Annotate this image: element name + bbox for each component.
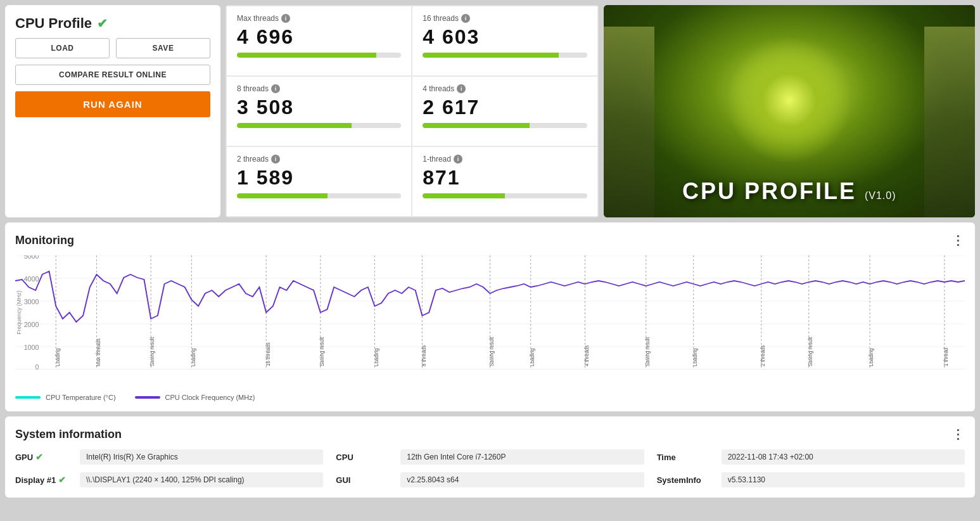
- score-label-threads-8: 8 threads i: [237, 84, 401, 93]
- page-title: CPU Profile ✔: [15, 15, 210, 32]
- info-key-2: Time: [657, 453, 714, 462]
- score-bar-track-max-threads: [237, 53, 401, 58]
- legend-freq: CPU Clock Frequency (MHz): [135, 394, 255, 401]
- info-row-4: GUI v2.25.8043 s64: [336, 472, 644, 487]
- score-bar-fill-max-threads: [237, 53, 376, 58]
- svg-text:Max threads: Max threads: [96, 338, 101, 366]
- svg-text:Loading: Loading: [869, 348, 874, 366]
- score-bar-track-threads-4: [423, 123, 587, 128]
- info-icon-threads-1[interactable]: i: [454, 155, 462, 164]
- info-row-2: Time 2022-11-08 17:43 +02:00: [657, 449, 965, 465]
- hero-image: CPU PROFILE (V1.0): [604, 5, 976, 217]
- info-row-3: Display #1 ✔ \\.\DISPLAY1 (2240 × 1400, …: [15, 472, 323, 487]
- svg-text:16 threads: 16 threads: [265, 342, 270, 366]
- pillar-left: [604, 27, 654, 218]
- info-val-4: v2.25.8043 s64: [400, 472, 644, 487]
- score-bar-fill-threads-1: [423, 193, 505, 198]
- score-bar-track-threads-16: [423, 53, 587, 58]
- score-grid: Max threads i 4 696 16 threads i 4 603 8…: [226, 5, 599, 217]
- svg-text:Saving result: Saving result: [808, 337, 813, 366]
- svg-text:1 thread: 1 thread: [943, 347, 949, 366]
- svg-text:0: 0: [35, 364, 39, 370]
- info-key-3: Display #1 ✔: [15, 475, 72, 485]
- score-cell-max-threads: Max threads i 4 696: [226, 6, 412, 76]
- svg-text:Loading: Loading: [191, 348, 196, 366]
- score-label-max-threads: Max threads i: [237, 14, 401, 23]
- run-again-button[interactable]: RUN AGAIN: [15, 91, 210, 117]
- svg-text:Frequency (MHz): Frequency (MHz): [15, 290, 22, 334]
- info-key-4: GUI: [336, 475, 393, 485]
- score-bar-fill-threads-4: [423, 123, 530, 128]
- load-save-row: LOAD SAVE: [15, 38, 210, 58]
- temp-legend-label: CPU Temperature (°C): [46, 394, 116, 401]
- svg-text:8 threads: 8 threads: [421, 345, 427, 366]
- score-bar-track-threads-2: [237, 193, 401, 198]
- info-icon-max-threads[interactable]: i: [281, 14, 290, 23]
- score-label-threads-2: 2 threads i: [237, 155, 401, 164]
- svg-text:Loading: Loading: [54, 348, 60, 366]
- monitoring-header: Monitoring ⋮: [15, 233, 965, 248]
- svg-text:Saving result: Saving result: [150, 337, 155, 366]
- title-text: CPU Profile: [15, 15, 92, 32]
- info-row-0: GPU ✔ Intel(R) Iris(R) Xe Graphics: [15, 449, 323, 465]
- info-icon-threads-2[interactable]: i: [271, 155, 280, 164]
- info-key-1: CPU: [336, 453, 393, 462]
- score-value-threads-4: 2 617: [423, 96, 587, 119]
- score-bar-track-threads-8: [237, 123, 401, 128]
- score-value-max-threads: 4 696: [237, 25, 401, 49]
- info-val-1: 12th Gen Intel Core i7-1260P: [400, 449, 644, 465]
- svg-text:5000: 5000: [24, 255, 39, 260]
- score-cell-threads-1: 1-thread i 871: [412, 146, 597, 217]
- info-icon-threads-4[interactable]: i: [457, 84, 466, 93]
- check-icon-0: ✔: [35, 452, 43, 462]
- svg-text:Saving result: Saving result: [645, 337, 651, 366]
- monitoring-chart: 5000 4000 3000 2000 1000 0 Frequency (MH…: [15, 255, 965, 370]
- info-val-3: \\.\DISPLAY1 (2240 × 1400, 125% DPI scal…: [80, 472, 323, 487]
- score-bar-fill-threads-8: [237, 123, 352, 128]
- hero-title-text: CPU PROFILE: [682, 178, 856, 204]
- info-icon-threads-16[interactable]: i: [461, 14, 470, 23]
- svg-text:2 threads: 2 threads: [760, 345, 766, 366]
- freq-legend-line: [135, 396, 160, 399]
- system-info-menu-button[interactable]: ⋮: [951, 427, 965, 442]
- temp-legend-line: [15, 396, 41, 399]
- info-key-5: SystemInfo: [657, 475, 714, 485]
- monitoring-section: Monitoring ⋮: [5, 222, 975, 411]
- score-bar-track-threads-1: [423, 193, 587, 198]
- left-panel: CPU Profile ✔ LOAD SAVE COMPARE RESULT O…: [5, 5, 220, 217]
- system-info-header: System information ⋮: [15, 427, 965, 442]
- info-key-0: GPU ✔: [15, 452, 72, 462]
- system-info-section: System information ⋮ GPU ✔ Intel(R) Iris…: [5, 416, 975, 498]
- compare-button[interactable]: COMPARE RESULT ONLINE: [15, 65, 210, 85]
- load-button[interactable]: LOAD: [15, 38, 110, 58]
- hero-version: (V1.0): [865, 190, 896, 201]
- chart-legend: CPU Temperature (°C) CPU Clock Frequency…: [15, 389, 965, 401]
- svg-text:Loading: Loading: [692, 348, 698, 366]
- info-icon-threads-8[interactable]: i: [271, 84, 280, 93]
- score-cell-threads-2: 2 threads i 1 589: [226, 146, 412, 217]
- system-info-grid: GPU ✔ Intel(R) Iris(R) Xe Graphics CPU 1…: [15, 449, 965, 487]
- score-label-threads-4: 4 threads i: [423, 84, 587, 93]
- svg-text:Loading: Loading: [374, 348, 379, 366]
- score-value-threads-16: 4 603: [423, 25, 587, 49]
- chart-wrapper: 5000 4000 3000 2000 1000 0 Frequency (MH…: [15, 255, 965, 382]
- svg-text:3000: 3000: [24, 299, 39, 306]
- svg-text:Saving result: Saving result: [489, 337, 495, 366]
- score-label-threads-16: 16 threads i: [423, 14, 587, 23]
- svg-text:4 threads: 4 threads: [584, 345, 590, 366]
- title-check-icon: ✔: [97, 16, 108, 31]
- check-icon-3: ✔: [58, 475, 66, 485]
- score-value-threads-2: 1 589: [237, 166, 401, 190]
- svg-text:Loading: Loading: [530, 348, 535, 366]
- system-info-title: System information: [15, 428, 122, 441]
- info-val-0: Intel(R) Iris(R) Xe Graphics: [80, 449, 323, 465]
- score-cell-threads-4: 4 threads i 2 617: [412, 76, 597, 146]
- svg-text:1000: 1000: [24, 344, 39, 351]
- info-row-1: CPU 12th Gen Intel Core i7-1260P: [336, 449, 644, 465]
- save-button[interactable]: SAVE: [116, 38, 210, 58]
- monitoring-menu-button[interactable]: ⋮: [951, 233, 965, 248]
- monitoring-title: Monitoring: [15, 234, 74, 247]
- svg-text:2000: 2000: [24, 321, 39, 328]
- score-value-threads-1: 871: [423, 166, 587, 190]
- score-cell-threads-16: 16 threads i 4 603: [412, 6, 597, 76]
